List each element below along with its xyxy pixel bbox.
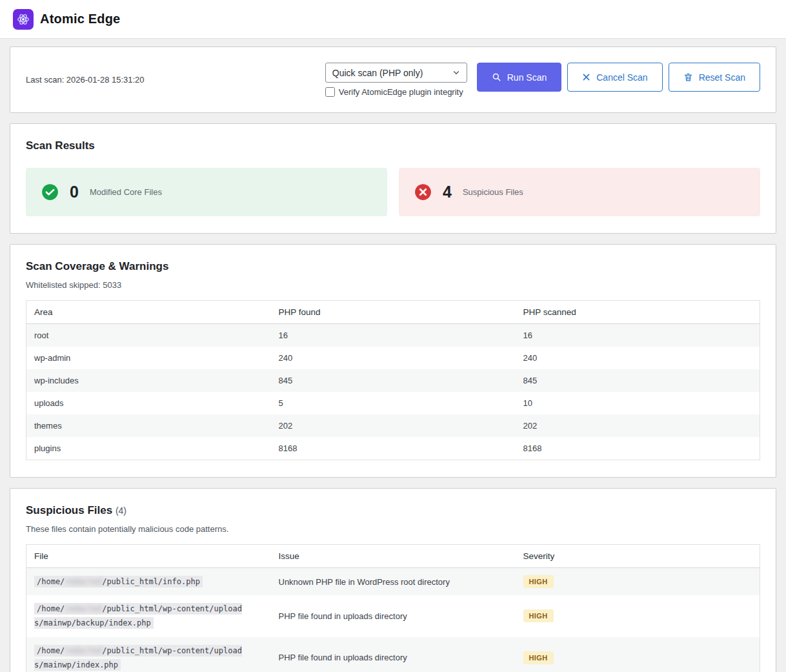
file-cell: /home/redacted/public_html/wp-content/up… — [26, 595, 271, 636]
coverage-header-found: PHP found — [271, 301, 516, 324]
modified-core-label: Modified Core Files — [90, 187, 162, 197]
severity-cell: HIGH — [516, 637, 760, 672]
modified-core-files-card: 0 Modified Core Files — [26, 168, 387, 216]
suspicious-header-issue: Issue — [271, 545, 516, 568]
scan-coverage-panel: Scan Coverage & Warnings Whitelisted ski… — [10, 244, 776, 478]
scan-options: Quick scan (PHP only) Verify AtomicEdge … — [325, 63, 467, 97]
verify-integrity-option[interactable]: Verify AtomicEdge plugin integrity — [325, 87, 467, 97]
verify-integrity-label: Verify AtomicEdge plugin integrity — [339, 87, 463, 97]
suspicious-files-count: 4 — [443, 183, 452, 201]
whitelisted-skipped-text: Whitelisted skipped: 5033 — [26, 280, 760, 290]
atomic-edge-logo-icon — [13, 9, 34, 30]
coverage-row: wp-includes845845 — [26, 369, 760, 392]
coverage-cell: 202 — [271, 414, 516, 437]
coverage-row: root1616 — [26, 324, 760, 347]
severity-badge: HIGH — [523, 609, 554, 622]
verify-integrity-checkbox[interactable] — [325, 87, 335, 97]
suspicious-files-panel: Suspicious Files (4) These files contain… — [10, 488, 776, 672]
result-cards: 0 Modified Core Files 4 Suspicious Files — [26, 168, 760, 216]
suspicious-row: /home/redacted/public_html/wp-content/up… — [26, 637, 760, 672]
severity-badge: HIGH — [523, 575, 554, 588]
suspicious-title-text: Suspicious Files — [26, 504, 112, 516]
issue-cell: PHP file found in uploads directory — [271, 637, 516, 672]
coverage-header-row: Area PHP found PHP scanned — [26, 301, 760, 324]
severity-cell: HIGH — [516, 595, 760, 636]
suspicious-header-row: File Issue Severity — [26, 545, 760, 568]
suspicious-table: File Issue Severity /home/redacted/publi… — [26, 544, 760, 672]
run-scan-button[interactable]: Run Scan — [477, 63, 561, 92]
coverage-cell: 845 — [271, 369, 516, 392]
run-scan-label: Run Scan — [507, 72, 547, 83]
scan-controls: Quick scan (PHP only) Verify AtomicEdge … — [325, 63, 760, 97]
redacted-username: redacted — [65, 646, 102, 655]
scan-control-panel: Last scan: 2026-01-28 15:31:20 Quick sca… — [10, 46, 776, 113]
scan-type-value: Quick scan (PHP only) — [332, 68, 423, 78]
chevron-down-icon — [452, 68, 460, 77]
coverage-cell: wp-admin — [26, 347, 271, 369]
suspicious-title-count: (4) — [116, 505, 126, 516]
file-cell: /home/redacted/public_html/info.php — [26, 568, 271, 596]
coverage-cell: themes — [26, 414, 271, 437]
close-icon — [582, 73, 590, 81]
last-scan-text: Last scan: 2026-01-28 15:31:20 — [26, 75, 145, 85]
coverage-header-area: Area — [26, 301, 271, 324]
coverage-cell: 8168 — [271, 437, 516, 460]
coverage-cell: 8168 — [516, 437, 760, 460]
error-circle-icon — [414, 183, 432, 201]
suspicious-files-label: Suspicious Files — [463, 187, 523, 197]
check-circle-icon — [41, 183, 59, 201]
scan-results-title: Scan Results — [26, 139, 760, 152]
suspicious-header-file: File — [26, 545, 271, 568]
coverage-header-scanned: PHP scanned — [516, 301, 760, 324]
redacted-username: redacted — [65, 577, 102, 586]
suspicious-row: /home/redacted/public_html/wp-content/up… — [26, 595, 760, 636]
file-path: /home/redacted/public_html/wp-content/up… — [34, 603, 242, 629]
redacted-username: redacted — [65, 604, 102, 613]
file-path: /home/redacted/public_html/info.php — [34, 576, 203, 587]
coverage-cell: 10 — [516, 392, 760, 414]
scan-results-panel: Scan Results 0 Modified Core Files 4 Sus… — [10, 123, 776, 234]
coverage-cell: 5 — [271, 392, 516, 414]
coverage-table: Area PHP found PHP scanned root1616wp-ad… — [26, 300, 760, 460]
coverage-cell: uploads — [26, 392, 271, 414]
suspicious-header-severity: Severity — [516, 545, 760, 568]
suspicious-files-card: 4 Suspicious Files — [399, 168, 760, 216]
modified-core-count: 0 — [70, 183, 79, 201]
trash-icon — [683, 72, 693, 82]
severity-cell: HIGH — [516, 568, 760, 596]
suspicious-subtitle: These files contain potentially maliciou… — [26, 524, 760, 534]
file-cell: /home/redacted/public_html/wp-content/up… — [26, 637, 271, 672]
coverage-cell: 240 — [271, 347, 516, 369]
cancel-scan-button[interactable]: Cancel Scan — [567, 63, 662, 92]
cancel-scan-label: Cancel Scan — [596, 72, 647, 83]
suspicious-title: Suspicious Files (4) — [26, 504, 760, 517]
coverage-cell: 202 — [516, 414, 760, 437]
file-path: /home/redacted/public_html/wp-content/up… — [34, 645, 242, 671]
coverage-cell: 16 — [516, 324, 760, 347]
coverage-cell: 845 — [516, 369, 760, 392]
coverage-cell: 16 — [271, 324, 516, 347]
suspicious-row: /home/redacted/public_html/info.phpUnkno… — [26, 568, 760, 596]
issue-cell: PHP file found in uploads directory — [271, 595, 516, 636]
coverage-cell: plugins — [26, 437, 271, 460]
coverage-cell: wp-includes — [26, 369, 271, 392]
coverage-row: plugins81688168 — [26, 437, 760, 460]
coverage-row: uploads510 — [26, 392, 760, 414]
severity-badge: HIGH — [523, 651, 554, 664]
main-content: Last scan: 2026-01-28 15:31:20 Quick sca… — [0, 39, 786, 672]
coverage-title: Scan Coverage & Warnings — [26, 260, 760, 273]
reset-scan-button[interactable]: Reset Scan — [669, 63, 760, 92]
app-title: Atomic Edge — [40, 12, 120, 26]
coverage-row: themes202202 — [26, 414, 760, 437]
scan-type-select[interactable]: Quick scan (PHP only) — [325, 63, 467, 83]
search-icon — [492, 72, 501, 82]
coverage-cell: root — [26, 324, 271, 347]
coverage-row: wp-admin240240 — [26, 347, 760, 369]
coverage-cell: 240 — [516, 347, 760, 369]
reset-scan-label: Reset Scan — [699, 72, 745, 83]
issue-cell: Unknown PHP file in WordPress root direc… — [271, 568, 516, 596]
app-header: Atomic Edge — [0, 0, 786, 39]
